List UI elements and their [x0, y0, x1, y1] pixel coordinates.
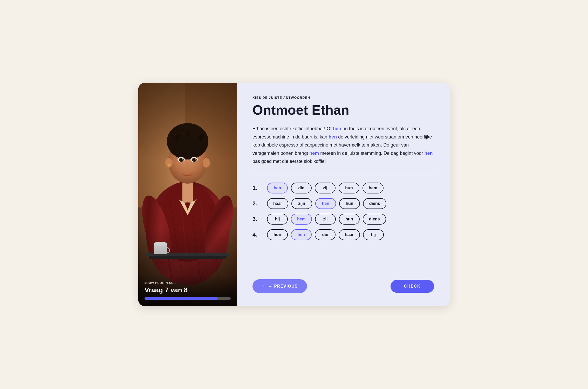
previous-button[interactable]: ← ← PREVIOUS: [252, 279, 307, 293]
chip-2-hun[interactable]: hun: [339, 198, 360, 209]
chip-2-haar[interactable]: haar: [267, 198, 288, 209]
divider: [252, 174, 434, 174]
row-number-4: 4.: [252, 231, 263, 238]
chip-1-zij[interactable]: zij: [315, 183, 336, 193]
highlight-1: hen: [333, 126, 341, 131]
left-panel: JOUW PROGRESSIE Vraag 7 van 8: [138, 83, 237, 306]
quiz-card: JOUW PROGRESSIE Vraag 7 van 8 KIES DE JU…: [138, 83, 450, 306]
chip-4-hij[interactable]: hij: [363, 229, 384, 240]
check-button[interactable]: CHECK: [391, 280, 434, 293]
svg-rect-33: [138, 83, 237, 306]
chip-2-diens[interactable]: diens: [363, 198, 386, 209]
progress-label: JOUW PROGRESSIE: [145, 281, 231, 284]
chip-4-hun[interactable]: hun: [267, 229, 288, 240]
chip-4-haar[interactable]: haar: [339, 229, 360, 240]
answer-options-2: haar zijn hen hun diens: [267, 198, 386, 209]
chip-2-zijn[interactable]: zijn: [291, 198, 312, 209]
chip-1-hen[interactable]: hen: [267, 183, 288, 193]
progress-overlay: JOUW PROGRESSIE Vraag 7 van 8: [138, 275, 237, 306]
chip-3-zij[interactable]: zij: [315, 214, 336, 225]
progress-title: Vraag 7 van 8: [145, 286, 231, 294]
highlight-2: hen: [329, 134, 337, 140]
answer-options-4: hun hen die haar hij: [267, 229, 384, 240]
right-panel: KIES DE JUISTE ANTWOORDEN Ontmoet Ethan …: [237, 83, 450, 306]
chip-3-hij[interactable]: hij: [267, 214, 288, 225]
answer-row-3: 3. hij hem zij hun diens: [252, 214, 434, 225]
row-number-1: 1.: [252, 185, 263, 191]
main-title: Ontmoet Ethan: [252, 103, 434, 117]
arrow-left-icon: ←: [262, 283, 267, 289]
chip-3-diens[interactable]: diens: [363, 214, 386, 225]
row-number-3: 3.: [252, 216, 263, 223]
answer-row-2: 2. haar zijn hen hun diens: [252, 198, 434, 209]
answer-options-1: hen die zij hun hem: [267, 183, 384, 193]
chip-1-hun[interactable]: hun: [339, 183, 359, 193]
answer-options-3: hij hem zij hun diens: [267, 214, 386, 225]
highlight-3: hem: [309, 151, 319, 156]
story-text: Ethan is een echte koffieliefhebber! Of …: [252, 125, 434, 166]
chip-4-die[interactable]: die: [315, 229, 336, 240]
chip-3-hem[interactable]: hem: [291, 214, 312, 225]
chip-1-die[interactable]: die: [291, 183, 312, 193]
chip-4-hen[interactable]: hen: [291, 229, 312, 240]
answer-row-1: 1. hen die zij hun hem: [252, 183, 434, 193]
answer-row-4: 4. hun hen die haar hij: [252, 229, 434, 240]
instruction-label: KIES DE JUISTE ANTWOORDEN: [252, 96, 434, 100]
chip-3-hun[interactable]: hun: [339, 214, 360, 225]
highlight-4: hen: [424, 151, 433, 156]
row-number-2: 2.: [252, 200, 263, 207]
previous-label: ← PREVIOUS: [268, 284, 298, 289]
progress-bar-background: [145, 297, 231, 300]
answer-rows: 1. hen die zij hun hem 2. haar zijn hen …: [252, 183, 434, 240]
chip-1-hem[interactable]: hem: [363, 183, 384, 193]
bottom-nav: ← ← PREVIOUS CHECK: [252, 279, 434, 293]
progress-bar-fill: [145, 297, 218, 300]
chip-2-hen[interactable]: hen: [315, 198, 336, 209]
